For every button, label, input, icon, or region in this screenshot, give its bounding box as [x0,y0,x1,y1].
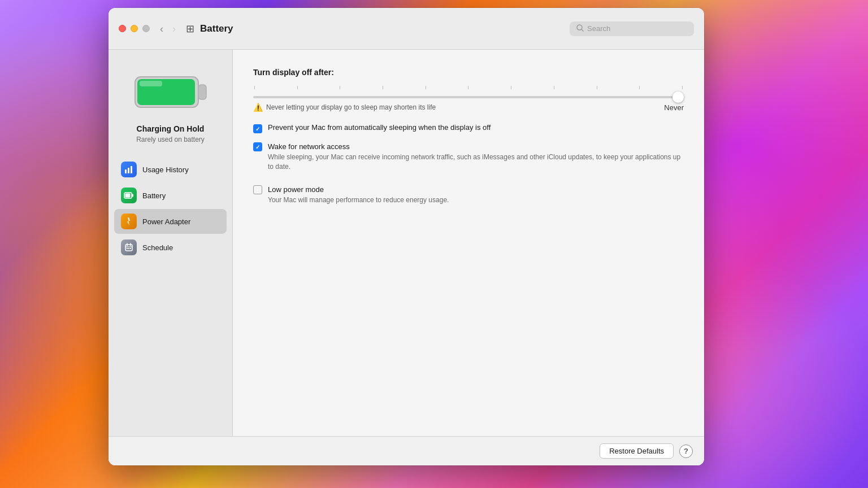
sidebar-label-usage-history: Usage History [142,165,189,174]
checkbox-prevent-sleep[interactable] [253,124,262,133]
search-icon [576,24,584,33]
help-button[interactable]: ? [679,445,693,458]
tick [511,86,511,89]
minimize-button[interactable] [131,25,138,32]
restore-defaults-button[interactable]: Restore Defaults [600,443,674,459]
sidebar-item-usage-history[interactable]: Usage History [114,157,227,182]
svg-rect-6 [125,169,127,173]
checkbox-wake-network-label: Wake for network access [268,142,350,151]
svg-rect-13 [125,245,132,251]
content-area: Charging On Hold Rarely used on battery … [108,50,704,436]
power-adapter-icon [121,213,137,229]
battery-icon-container [134,72,207,115]
sidebar-nav: Usage History Battery [108,157,232,261]
checkbox-low-power-desc: Your Mac will manage performance to redu… [268,195,449,205]
checkbox-row-low-power: Low power mode Your Mac will manage perf… [253,184,684,212]
tick [383,86,383,89]
checkbox-low-power-content: Low power mode Your Mac will manage perf… [268,184,449,212]
traffic-lights [119,25,150,32]
checkbox-wake-network-content: Wake for network access While sleeping, … [268,141,684,178]
schedule-icon [121,239,137,255]
sidebar-item-battery[interactable]: Battery [114,183,227,208]
battery-status-subtitle: Rarely used on battery [136,136,205,143]
forward-button[interactable]: › [169,21,179,36]
sidebar-label-battery: Battery [142,191,166,200]
svg-line-1 [581,29,583,31]
tick [468,86,468,89]
search-bar[interactable] [570,21,694,36]
svg-rect-19 [130,248,131,249]
bottom-bar: Restore Defaults ? [108,436,704,465]
slider-wrapper [253,86,684,101]
tick [639,86,640,89]
checkbox-low-power-label: Low power mode [268,185,324,194]
warning-text: Never letting your display go to sleep m… [266,103,436,111]
titlebar: ‹ › ⊞ Battery [108,8,704,50]
tick [597,86,597,89]
search-input[interactable] [587,24,687,33]
back-button[interactable]: ‹ [157,21,167,36]
checkbox-row-prevent-sleep: Prevent your Mac from automatically slee… [253,123,684,133]
sidebar-item-schedule[interactable]: Schedule [114,235,227,260]
maximize-button[interactable] [142,25,150,32]
warning-row: ⚠️ Never letting your display go to slee… [253,103,684,112]
tick [554,86,554,89]
close-button[interactable] [119,25,126,32]
nav-buttons: ‹ › [157,21,179,36]
svg-rect-11 [125,194,131,198]
sidebar-item-power-adapter[interactable]: Power Adapter [114,209,227,234]
usage-history-icon [121,162,137,177]
tick [254,86,255,89]
checkbox-row-wake-network: Wake for network access While sleeping, … [253,141,684,178]
checkbox-prevent-sleep-area[interactable] [253,124,262,133]
warning-icon: ⚠️ [253,103,263,112]
checkbox-low-power[interactable] [253,185,262,194]
checkbox-wake-network[interactable] [253,142,262,151]
main-panel: Turn display off after: [233,50,704,436]
battery-nav-icon [121,188,137,203]
display-sleep-slider[interactable] [253,96,684,98]
svg-rect-5 [140,81,162,86]
svg-rect-10 [132,194,133,197]
sidebar-label-schedule: Schedule [142,243,173,252]
tick [297,86,298,89]
checkbox-wake-network-desc: While sleeping, your Mac can receive inc… [268,152,684,172]
never-label: Never [664,103,684,112]
battery-status-title: Charging On Hold [137,124,205,133]
svg-rect-8 [131,166,132,173]
sidebar-label-power-adapter: Power Adapter [142,217,190,226]
sidebar: Charging On Hold Rarely used on battery … [108,50,233,436]
checkbox-low-power-area[interactable] [253,185,262,194]
checkbox-prevent-sleep-label: Prevent your Mac from automatically slee… [268,123,491,132]
svg-rect-7 [128,168,129,173]
slider-section-title: Turn display off after: [253,68,684,77]
svg-marker-12 [127,217,130,225]
settings-window: ‹ › ⊞ Battery [108,8,704,465]
slider-ticks [253,86,684,89]
svg-rect-17 [127,248,128,249]
tick [426,86,426,89]
grid-icon: ⊞ [186,23,194,35]
battery-graphic [134,72,207,113]
tick [340,86,340,89]
tick [682,86,683,89]
checkbox-wake-network-area[interactable] [253,142,262,151]
svg-rect-3 [198,85,206,99]
svg-rect-18 [128,248,129,249]
window-title: Battery [200,23,570,34]
